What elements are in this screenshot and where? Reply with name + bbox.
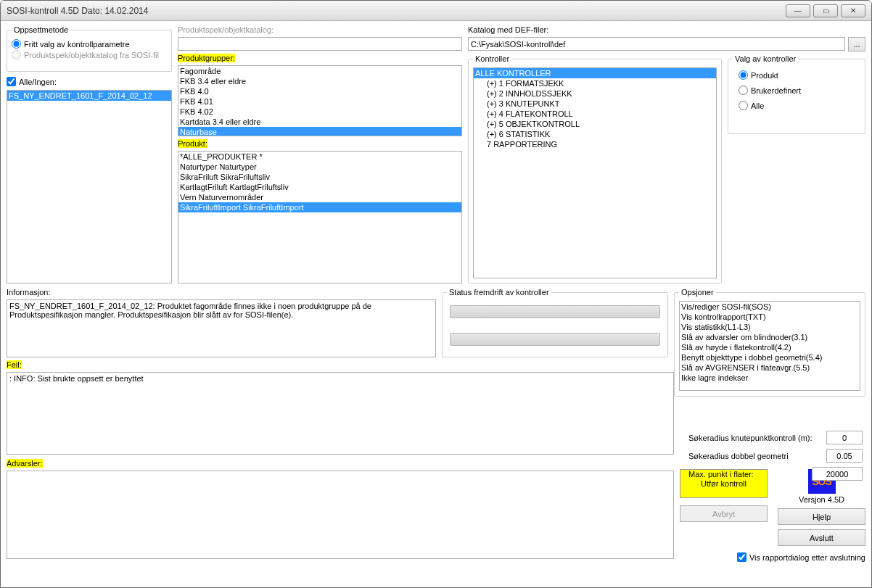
produkt-label: Produkt: — [178, 139, 207, 148]
opsjoner-group: Opsjoner Vis/rediger SOSI-fil(SOS)Vis ko… — [674, 288, 865, 397]
list-item[interactable]: KartlagtFriluft KartlagtFriluftsliv — [178, 182, 461, 192]
tree-item[interactable]: (+) 1 FORMATSJEKK — [474, 78, 716, 88]
avbryt-button: Avbryt — [680, 505, 768, 522]
produktspek-field-label: Produktspek/objektkatalog: — [178, 25, 462, 34]
list-item[interactable]: Vern Naturvernområder — [178, 192, 461, 202]
list-item[interactable]: Slå av AVGRENSER i flateavgr.(5.5) — [680, 363, 860, 373]
kontroller-legend: Kontroller — [473, 54, 511, 63]
list-item[interactable]: FKB 4.0 — [178, 86, 461, 96]
valg-produkt-radio[interactable] — [739, 70, 748, 80]
valg-kontroller-legend: Valg av kontroller — [733, 54, 798, 63]
status-fremdrift-legend: Status fremdrift av kontroller — [447, 288, 551, 297]
opsjoner-legend: Opsjoner — [679, 288, 716, 297]
katalog-def-field[interactable] — [468, 37, 845, 51]
list-item[interactable]: Fagområde — [178, 66, 461, 76]
produktspek-field[interactable] — [178, 37, 462, 51]
produktgrupper-label: Produktgrupper: — [178, 54, 235, 62]
sokeradius-dobbel-label: Søkeradius dobbel geometri — [688, 452, 789, 460]
oppsettmetode-legend: Oppsettmetode — [12, 25, 70, 34]
opsjoner-listbox[interactable]: Vis/rediger SOSI-fil(SOS)Vis kontrollrap… — [679, 301, 860, 391]
browse-button[interactable]: ... — [848, 37, 865, 51]
tree-item[interactable]: (+) 4 FLATEKONTROLL — [474, 109, 716, 119]
list-item[interactable]: SikraFriluftImport SikraFriluftImport — [178, 202, 461, 212]
window-title: SOSI-kontroll 4.5D Dato: 14.02.2014 — [7, 6, 786, 16]
alle-ingen-checkbox[interactable] — [7, 77, 16, 86]
sokeradius-knute-label: Søkeradius knutepunktkontroll (m): — [688, 434, 813, 442]
list-item[interactable]: Slå av advarsler om blindnoder(3.1) — [680, 332, 860, 342]
list-item[interactable]: Benytt objekttype i dobbel geometri(5.4) — [680, 352, 860, 363]
vis-rapportdialog-label: Vis rapportdialog etter avslutning — [749, 553, 865, 562]
list-item[interactable]: Naturtyper Naturtyper — [178, 162, 461, 172]
oppsettmetode-group: Oppsettmetode Fritt valg av kontrollpara… — [7, 25, 172, 72]
advarsler-text[interactable] — [7, 471, 674, 559]
progress-bar-2 — [450, 333, 660, 346]
list-item[interactable]: FKB 4.02 — [178, 107, 461, 117]
produkt-listbox[interactable]: *ALLE_PRODUKTER *Naturtyper NaturtyperSi… — [178, 151, 462, 283]
produktspek-radio — [12, 50, 21, 59]
produktgrupper-listbox[interactable]: FagområdeFKB 3.4 eller eldreFKB 4.0FKB 4… — [178, 65, 462, 136]
list-item[interactable]: FS_NY_ENDRET_1601_F_2014_02_12 — [7, 91, 171, 101]
files-listbox[interactable]: FS_NY_ENDRET_1601_F_2014_02_12 — [7, 90, 172, 283]
list-item[interactable]: Ikke lagre indekser — [680, 373, 860, 383]
maxpunkt-input[interactable] — [812, 467, 863, 481]
close-button[interactable]: ✕ — [841, 4, 865, 17]
status-fremdrift-group: Status fremdrift av kontroller — [442, 288, 668, 357]
progress-bar-1 — [450, 305, 660, 318]
minimize-button[interactable]: — — [786, 4, 810, 17]
list-item[interactable]: SikraFriluft SikraFriluftsliv — [178, 172, 461, 182]
list-item[interactable]: FKB 4.01 — [178, 96, 461, 107]
valg-kontroller-group: Valg av kontroller Produkt Brukerdefiner… — [728, 54, 865, 134]
titlebar: SOSI-kontroll 4.5D Dato: 14.02.2014 — ▭ … — [1, 1, 871, 21]
valg-produkt-label: Produkt — [751, 71, 778, 80]
versjon-label: Versjon 4.5D — [778, 495, 865, 504]
fritt-label: Fritt valg av kontrollparametre — [24, 40, 130, 49]
kontroller-group: Kontroller ALLE KONTROLLER(+) 1 FORMATSJ… — [468, 54, 722, 283]
kontroller-tree[interactable]: ALLE KONTROLLER(+) 1 FORMATSJEKK(+) 2 IN… — [473, 67, 717, 278]
produktspek-label: Produktspek/objektkatalog fra SOSI-fil — [24, 51, 159, 59]
katalog-def-label: Katalog med DEF-filer: — [468, 25, 865, 34]
tree-item[interactable]: (+) 2 INNHOLDSSJEKK — [474, 88, 716, 99]
tree-item[interactable]: ALLE KONTROLLER — [474, 68, 716, 78]
alle-ingen-label: Alle/Ingen: — [19, 78, 57, 86]
list-item[interactable]: *ALLE_PRODUKTER * — [178, 152, 461, 162]
valg-alle-radio[interactable] — [739, 101, 748, 110]
maxpunkt-label: Max. punkt i flater: — [688, 470, 754, 479]
feil-label: Feil: — [7, 360, 22, 369]
maximize-button[interactable]: ▭ — [813, 4, 838, 17]
app-window: SOSI-kontroll 4.5D Dato: 14.02.2014 — ▭ … — [0, 0, 872, 588]
valg-bruker-radio[interactable] — [739, 86, 748, 95]
avslutt-button[interactable]: Avslutt — [778, 529, 865, 546]
sokeradius-dobbel-input[interactable] — [826, 449, 863, 463]
hjelp-button[interactable]: Hjelp — [778, 508, 865, 525]
list-item[interactable]: Vis kontrollrapport(TXT) — [680, 312, 860, 322]
valg-alle-label: Alle — [751, 102, 764, 110]
valg-bruker-label: Brukerdefinert — [751, 86, 801, 95]
list-item[interactable]: Vis statistikk(L1-L3) — [680, 322, 860, 332]
list-item[interactable]: Kartdata 3.4 eller eldre — [178, 117, 461, 127]
feil-text[interactable]: : INFO: Sist brukte oppsett er benyttet — [7, 372, 674, 455]
list-item[interactable]: Naturbase — [178, 127, 461, 136]
vis-rapportdialog-checkbox[interactable] — [737, 552, 746, 562]
informasjon-text[interactable]: FS_NY_ENDRET_1601_F_2014_02_12: Produkte… — [7, 299, 436, 357]
tree-item[interactable]: 7 RAPPORTERING — [474, 139, 716, 149]
tree-item[interactable]: (+) 3 KNUTEPUNKT — [474, 99, 716, 109]
list-item[interactable]: Slå av høyde i flatekontroll(4.2) — [680, 342, 860, 352]
content-area: Oppsettmetode Fritt valg av kontrollpara… — [1, 21, 871, 587]
advarsler-label: Advarsler: — [7, 459, 43, 468]
informasjon-label: Informasjon: — [7, 288, 436, 297]
tree-item[interactable]: (+) 6 STATISTIKK — [474, 129, 716, 139]
fritt-radio[interactable] — [12, 39, 21, 49]
list-item[interactable]: FKB 3.4 eller eldre — [178, 76, 461, 86]
list-item[interactable]: Vis/rediger SOSI-fil(SOS) — [680, 302, 860, 312]
tree-item[interactable]: (+) 5 OBJEKTKONTROLL — [474, 119, 716, 129]
sokeradius-knute-input[interactable] — [826, 431, 863, 444]
